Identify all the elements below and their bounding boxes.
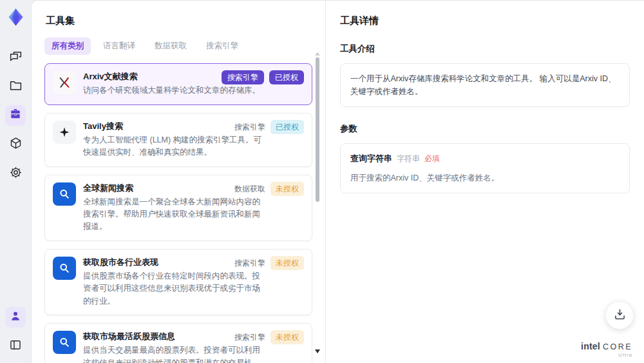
tool-description: 提供当天交易量最高的股票列表。投资者可以利用这些信息来识别流动性强的股票和潜在的… xyxy=(83,344,267,363)
auth-status-badge: 未授权 xyxy=(270,182,304,196)
tool-card[interactable]: Tavily搜索 专为人工智能代理 (LLM) 构建的搜索引擎工具。可快速提供实… xyxy=(44,113,312,167)
tavily-icon xyxy=(53,121,76,144)
app-logo-icon xyxy=(5,6,26,28)
tool-description: 专为人工智能代理 (LLM) 构建的搜索引擎工具。可快速提供实时、准确和真实的结… xyxy=(83,134,267,159)
tab-语言翻译[interactable]: 语言翻译 xyxy=(96,37,142,55)
param-type: 字符串 xyxy=(397,153,420,165)
sidebar-item-panel-toggle[interactable] xyxy=(5,336,26,357)
tool-card[interactable]: Arxiv文献搜索 访问各个研究领域大量科学论文和文章的存储库。 搜索引擎 已授… xyxy=(44,63,312,105)
intel-core-logo: intel CORE Ultra xyxy=(581,342,632,358)
auth-status-badge: 已授权 xyxy=(270,120,304,134)
detail-title: 工具详情 xyxy=(340,15,630,27)
gear-icon xyxy=(9,166,23,182)
core-wordmark: CORE xyxy=(603,343,632,351)
param-required-badge: 必填 xyxy=(424,153,440,165)
tool-card[interactable]: 获取股市各行业表现 提供股票市场各个行业在特定时间段内的表现。投资者可以利用这些… xyxy=(44,249,312,315)
main-panel: 工具集 所有类别语言翻译数据获取搜索引擎 Arxiv文献搜索 访问各个研究领域大… xyxy=(31,0,644,363)
category-badge: 搜索引擎 xyxy=(234,330,265,344)
sidebar-item-toolbox[interactable] xyxy=(5,105,26,126)
scrollbar[interactable] xyxy=(316,55,319,346)
category-badge: 搜索引擎 xyxy=(222,70,264,84)
category-badge: 搜索引擎 xyxy=(234,120,265,134)
toolbox-icon xyxy=(9,108,22,123)
tool-list-panel: 工具集 所有类别语言翻译数据获取搜索引擎 Arxiv文献搜索 访问各个研究领域大… xyxy=(32,1,325,363)
sidebar-item-files[interactable] xyxy=(5,76,26,97)
auth-status-badge: 已授权 xyxy=(269,70,304,84)
sidebar-item-account[interactable] xyxy=(5,307,26,328)
panel-icon xyxy=(9,338,22,354)
sidebar-nav xyxy=(5,47,26,184)
download-button[interactable] xyxy=(605,301,634,329)
tool-intro-text: 一个用于从Arxiv存储库搜索科学论文和文章的工具。 输入可以是Arxiv ID… xyxy=(340,63,630,107)
arxiv-icon xyxy=(53,71,76,94)
tab-所有类别[interactable]: 所有类别 xyxy=(44,37,91,55)
auth-status-badge: 未授权 xyxy=(270,330,304,344)
tool-list: Arxiv文献搜索 访问各个研究领域大量科学论文和文章的存储库。 搜索引擎 已授… xyxy=(44,63,312,363)
active-stocks-icon xyxy=(53,331,76,354)
category-tabs: 所有类别语言翻译数据获取搜索引擎 xyxy=(44,37,312,55)
sidebar-bottom-nav xyxy=(5,307,26,357)
tool-card[interactable]: 获取市场最活跃股票信息 提供当天交易量最高的股票列表。投资者可以利用这些信息来识… xyxy=(44,323,312,363)
category-badge: 搜索引擎 xyxy=(234,256,265,270)
tab-数据获取[interactable]: 数据获取 xyxy=(147,37,194,55)
param-description: 用于搜索的Arxiv ID、关键字或作者姓名。 xyxy=(350,172,620,184)
tool-description: 全球新闻搜索是一个聚合全球各大新闻网站内容的搜索引擎。帮助用户快速获取全球最新资… xyxy=(83,196,267,233)
sidebar xyxy=(0,0,31,363)
folder-icon xyxy=(9,79,23,95)
params-heading: 参数 xyxy=(340,123,630,135)
tab-搜索引擎[interactable]: 搜索引擎 xyxy=(199,37,245,55)
global-news-icon xyxy=(53,182,76,206)
ultra-wordmark: Ultra xyxy=(581,353,632,358)
page-title: 工具集 xyxy=(46,15,312,27)
chat-icon xyxy=(9,50,23,66)
tool-description: 提供股票市场各个行业在特定时间段内的表现。投资者可以利用这些信息来识别表现优于或… xyxy=(83,270,267,308)
parameter-item: 查询字符串 字符串 必填 用于搜索的Arxiv ID、关键字或作者姓名。 xyxy=(350,152,620,184)
intel-wordmark: intel xyxy=(581,342,600,351)
scroll-up-icon[interactable] xyxy=(315,52,320,55)
param-name: 查询字符串 xyxy=(350,152,392,166)
tool-card[interactable]: 全球新闻搜索 全球新闻搜索是一个聚合全球各大新闻网站内容的搜索引擎。帮助用户快速… xyxy=(44,175,312,241)
sidebar-item-settings[interactable] xyxy=(5,163,26,184)
user-icon xyxy=(9,309,22,325)
tool-detail-panel: 工具详情 工具介绍 一个用于从Arxiv存储库搜索科学论文和文章的工具。 输入可… xyxy=(325,1,644,363)
scroll-down-icon[interactable] xyxy=(315,349,320,353)
category-badge: 数据获取 xyxy=(234,182,265,196)
intro-heading: 工具介绍 xyxy=(340,43,630,55)
param-list: 查询字符串 字符串 必填 用于搜索的Arxiv ID、关键字或作者姓名。 xyxy=(340,143,630,193)
sidebar-item-chat[interactable] xyxy=(5,47,26,68)
sidebar-item-models[interactable] xyxy=(5,134,26,155)
cube-icon xyxy=(9,137,23,153)
download-icon xyxy=(613,308,627,323)
scrollbar-thumb[interactable] xyxy=(316,57,319,202)
auth-status-badge: 未授权 xyxy=(270,256,304,270)
tool-description: 访问各个研究领域大量科学论文和文章的存储库。 xyxy=(83,84,267,97)
sector-performance-icon xyxy=(53,257,76,280)
